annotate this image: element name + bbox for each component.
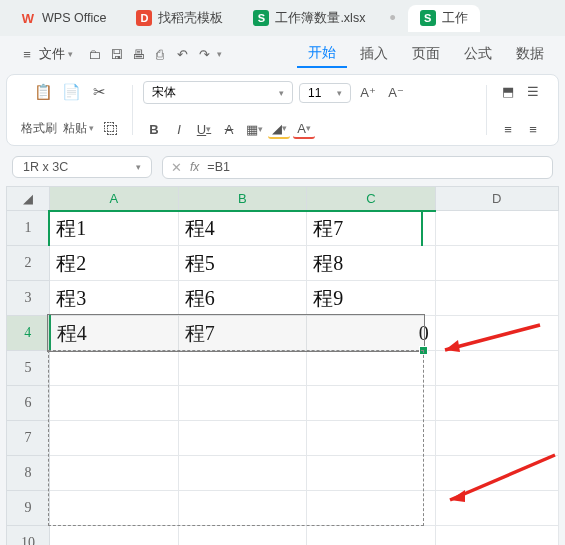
tab-wps[interactable]: W WPS Office	[8, 5, 118, 31]
font-name-select[interactable]: 宋体▾	[143, 81, 293, 104]
cell[interactable]: 程5	[178, 246, 306, 281]
window-tabs: W WPS Office D 找稻壳模板 S 工作簿数量.xlsx • S 工作	[0, 0, 565, 36]
tab-workbook-1[interactable]: S 工作簿数量.xlsx	[241, 5, 377, 32]
cell[interactable]: 程3	[50, 281, 178, 316]
menu-bar: ≡ 文件 ▾ 🗀 🖫 🖶 ⎙ ↶ ↷ ▾ 开始 插入 页面 公式 数据	[0, 36, 565, 72]
paste-button[interactable]: 粘贴▾	[63, 121, 94, 136]
chevron-down-icon: ▾	[136, 162, 141, 172]
cell[interactable]	[435, 211, 558, 246]
format-painter-icon[interactable]: 📋	[33, 81, 55, 103]
folder-icon[interactable]: 🗀	[85, 45, 103, 63]
cut-icon[interactable]: ✂	[89, 81, 111, 103]
cell[interactable]	[435, 456, 558, 491]
file-menu[interactable]: ≡ 文件 ▾	[10, 41, 81, 67]
cell[interactable]	[435, 491, 558, 526]
select-all-corner[interactable]: ◢	[7, 187, 50, 211]
col-header-d[interactable]: D	[435, 187, 558, 211]
format-painter-button[interactable]: 格式刷	[21, 121, 57, 136]
cell[interactable]	[435, 316, 558, 351]
menu-insert[interactable]: 插入	[349, 41, 399, 67]
menu-formula[interactable]: 公式	[453, 41, 503, 67]
redo-icon[interactable]: ↷	[195, 45, 213, 63]
cell[interactable]	[435, 526, 558, 546]
undo-icon[interactable]: ↶	[173, 45, 191, 63]
col-header-a[interactable]: A	[50, 187, 178, 211]
active-selection	[48, 315, 424, 351]
cell[interactable]: 程6	[178, 281, 306, 316]
cancel-icon[interactable]: ✕	[171, 160, 182, 175]
row-header[interactable]: 4	[7, 316, 50, 351]
save-icon[interactable]: 🖫	[107, 45, 125, 63]
row-header[interactable]: 8	[7, 456, 50, 491]
tab-modified-dot: •	[383, 8, 401, 29]
cell[interactable]	[435, 421, 558, 456]
column-headers: ◢ A B C D	[7, 187, 559, 211]
strikethrough-button[interactable]: A	[218, 119, 240, 139]
tab-workbook-2[interactable]: S 工作	[408, 5, 480, 32]
row-header[interactable]: 7	[7, 421, 50, 456]
tab-label: 工作簿数量.xlsx	[275, 10, 365, 27]
cell[interactable]	[178, 526, 306, 546]
row-header[interactable]: 5	[7, 351, 50, 386]
cell[interactable]: 程8	[307, 246, 435, 281]
cell[interactable]: 程9	[307, 281, 435, 316]
italic-button[interactable]: I	[168, 119, 190, 139]
font-size-select[interactable]: 11▾	[299, 83, 351, 103]
row-header[interactable]: 10	[7, 526, 50, 546]
tab-label: WPS Office	[42, 11, 106, 25]
bold-button[interactable]: B	[143, 119, 165, 139]
align-center-icon[interactable]: ≡	[522, 119, 544, 139]
chevron-down-icon[interactable]: ▾	[217, 49, 222, 59]
fx-icon[interactable]: fx	[190, 160, 199, 174]
paste-icon[interactable]: 📄	[61, 81, 83, 103]
menu-page[interactable]: 页面	[401, 41, 451, 67]
border-button[interactable]: ▦▾	[243, 119, 265, 139]
align-top-icon[interactable]: ⬒	[497, 81, 519, 101]
formula-input[interactable]: ✕ fx =B1	[162, 156, 553, 179]
cell[interactable]: 程1	[50, 211, 178, 246]
cell[interactable]: 程7	[307, 211, 435, 246]
wps-logo-icon: W	[20, 10, 36, 26]
ribbon: 📋 📄 ✂ 格式刷 粘贴▾ ⿻ 宋体▾ 11▾ A⁺ A⁻ B I U▾ A ▦…	[6, 74, 559, 146]
cell[interactable]: 程2	[50, 246, 178, 281]
font-shrink-icon[interactable]: A⁻	[385, 83, 407, 103]
menu-start[interactable]: 开始	[297, 40, 347, 68]
copy-icon[interactable]: ⿻	[100, 117, 122, 139]
tab-label: 工作	[442, 10, 468, 27]
row-header[interactable]: 3	[7, 281, 50, 316]
cell[interactable]	[435, 281, 558, 316]
cell[interactable]: 程4	[178, 211, 306, 246]
tab-docer[interactable]: D 找稻壳模板	[124, 5, 235, 32]
align-left-icon[interactable]: ≡	[497, 119, 519, 139]
row-header[interactable]: 9	[7, 491, 50, 526]
cell[interactable]	[435, 386, 558, 421]
cell[interactable]	[307, 526, 435, 546]
col-header-c[interactable]: C	[307, 187, 435, 211]
font-grow-icon[interactable]: A⁺	[357, 83, 379, 103]
cell[interactable]	[50, 526, 178, 546]
font-color-button[interactable]: A▾	[293, 119, 315, 139]
spreadsheet-icon: S	[420, 10, 436, 26]
menu-data[interactable]: 数据	[505, 41, 555, 67]
underline-button[interactable]: U▾	[193, 119, 215, 139]
tab-label: 找稻壳模板	[158, 10, 223, 27]
align-middle-icon[interactable]: ☰	[522, 81, 544, 101]
print-icon[interactable]: 🖶	[129, 45, 147, 63]
chevron-down-icon: ▾	[337, 88, 342, 98]
spreadsheet-icon: S	[253, 10, 269, 26]
chevron-down-icon: ▾	[68, 49, 73, 59]
row-header[interactable]: 2	[7, 246, 50, 281]
menu-icon: ≡	[18, 45, 36, 63]
col-header-b[interactable]: B	[178, 187, 306, 211]
spreadsheet-grid[interactable]: ◢ A B C D 1 程1 程4 程7 2 程2 程5 程8 3 程3 程6 …	[6, 186, 559, 545]
row-header[interactable]: 1	[7, 211, 50, 246]
chevron-down-icon: ▾	[279, 88, 284, 98]
name-box[interactable]: 1R x 3C ▾	[12, 156, 152, 178]
cell[interactable]	[435, 351, 558, 386]
fill-preview-marquee	[48, 350, 424, 526]
preview-icon[interactable]: ⎙	[151, 45, 169, 63]
cell[interactable]	[435, 246, 558, 281]
formula-bar: 1R x 3C ▾ ✕ fx =B1	[0, 150, 565, 184]
fill-color-button[interactable]: ◢▾	[268, 119, 290, 139]
row-header[interactable]: 6	[7, 386, 50, 421]
